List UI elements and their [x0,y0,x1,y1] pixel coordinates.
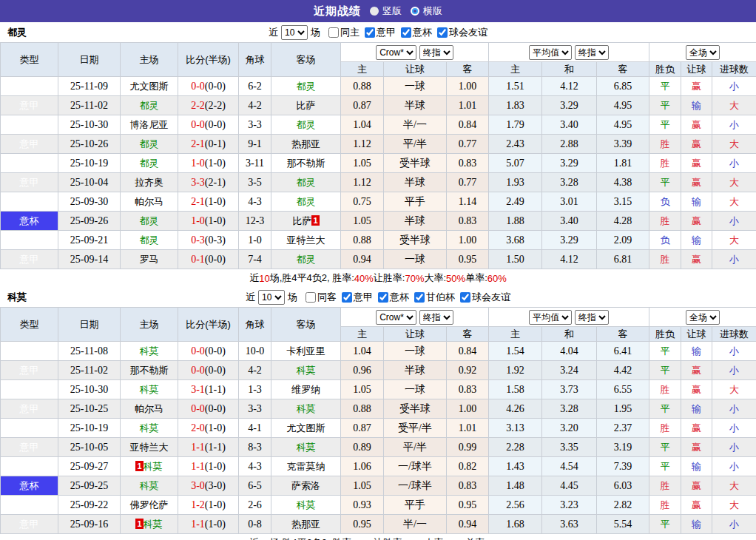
odds-away: 0.94 [447,515,489,534]
checkbox-甘伯杯[interactable] [414,292,425,303]
avg-draw: 3.01 [542,192,597,212]
avg-home: 2.43 [489,135,542,154]
corner-cell: 4-2 [239,361,271,380]
filter-check-意甲[interactable]: 意甲 [342,291,373,304]
scope-select[interactable]: 全场 [686,310,720,325]
summary-segment: 60% [487,273,507,284]
result-outcome: 胜 [649,419,681,438]
avg-draw: 3.29 [542,231,597,250]
avg-draw: 4.45 [542,476,597,496]
score-cell: 2-1(1-0) [178,192,239,212]
team-section-header-torino: 都灵 近 10 场 同主意甲意杯球会友谊 [0,22,756,42]
odds-handicap: 一/球半 [384,476,447,496]
match-row: 意甲25-09-22佛罗伦萨1-2(1-0)2-6科莫0.93平手0.952.5… [1,496,756,515]
checkbox-意杯[interactable] [401,27,411,38]
filter-check-球会友谊[interactable]: 球会友谊 [460,291,510,304]
odds-stage-select[interactable]: 终指 [419,45,453,60]
league-cell: 意甲 [1,419,58,438]
checkbox-球会友谊[interactable] [437,27,448,38]
odds-stage-select[interactable]: 终指 [419,310,453,325]
odds-provider-select[interactable]: Crow* [376,45,416,60]
away-team-cell: 科莫 [271,399,341,419]
corner-cell: 4-2 [239,96,271,115]
match-row: 意甲25-09-21都灵0-3(0-3)1-0亚特兰大0.88受半球1.003.… [1,231,756,250]
league-cell: 意甲 [1,231,58,250]
odds-home: 0.95 [341,515,384,534]
odds-handicap: 一球 [384,380,447,399]
checkbox-意杯[interactable] [378,292,388,303]
avg-stage-select[interactable]: 终指 [575,310,609,325]
checkbox-label: 同主 [340,26,360,39]
odds-handicap: 半球 [384,96,447,115]
checkbox-球会友谊[interactable] [460,292,470,303]
league-cell: 意甲 [1,96,58,115]
filter-check-球会友谊[interactable]: 球会友谊 [437,26,487,39]
match-row: 意杯25-09-25科莫3-0(3-0)6-5萨索洛1.05一/球半0.831.… [1,476,756,496]
home-team-name: 都灵 [140,138,159,149]
result-goals: 大 [712,192,756,212]
score-cell: 1-0(1-0) [178,154,239,173]
score-cell: 3-1(1-1) [178,380,239,399]
radio-selected-icon[interactable] [370,7,379,16]
scope-select[interactable]: 全场 [686,45,720,60]
subcol-avg-home: 主 [489,62,542,77]
result-outcome: 平 [649,399,681,419]
odds-handicap: 半球 [384,361,447,380]
home-team-name: 科莫 [140,422,159,433]
filter-check-意杯[interactable]: 意杯 [401,26,432,39]
away-team-name: 热那亚 [291,519,320,530]
filter-check-意杯[interactable]: 意杯 [378,291,409,304]
date-cell: 25-09-25 [58,476,121,496]
away-team-name: 科莫 [297,365,316,376]
title-bar: 近期战绩 竖版 横版 [0,0,756,22]
radio-vertical-layout[interactable]: 竖版 [370,4,402,18]
avg-stage-select[interactable]: 终指 [575,45,609,60]
radio-horizontal-layout[interactable]: 横版 [411,4,442,18]
match-count-select[interactable]: 10 [258,290,285,305]
odds-away: 0.83 [447,476,489,496]
home-team-cell: 都灵 [121,135,178,154]
avg-type-select[interactable]: 平均值 [529,310,572,325]
result-goals: 小 [712,419,756,438]
filter-check-甘伯杯[interactable]: 甘伯杯 [414,291,455,304]
avg-draw: 4.54 [542,457,597,476]
result-goals: 小 [712,515,756,534]
match-row: 意甲25-09-271科莫1-1(1-0)4-3克雷莫纳1.06一/球半0.82… [1,457,756,476]
away-team-cell: 维罗纳 [271,380,341,399]
odds-handicap: 受平/半 [384,419,447,438]
filter-check-意甲[interactable]: 意甲 [365,26,396,39]
result-outcome: 胜 [649,135,681,154]
match-count-select[interactable]: 10 [281,25,308,40]
checkbox-同客[interactable] [306,292,316,303]
away-team-cell: 热那亚 [271,515,341,534]
league-cell: 意甲 [1,438,58,457]
avg-draw: 3.28 [542,399,597,419]
filter-check-同主[interactable]: 同主 [328,26,360,39]
odds-away: 1.14 [447,192,489,212]
checkbox-同主[interactable] [328,27,339,38]
col-corner: 角球 [239,308,271,342]
subcol-odds-away: 客 [447,62,489,77]
fulltime-score: 3-0 [191,480,205,491]
avg-type-select[interactable]: 平均值 [529,45,572,60]
result-handicap: 赢 [681,173,712,192]
checkbox-意甲[interactable] [342,292,352,303]
checkbox-意甲[interactable] [365,27,375,38]
halftime-score: (1-0) [205,196,226,207]
halftime-score: (1-0) [205,461,226,472]
avg-draw: 3.29 [542,154,597,173]
avg-draw: 3.40 [542,115,597,135]
halftime-score: (0-0) [205,345,226,357]
near-label: 近 [269,26,278,39]
filter-check-同客[interactable]: 同客 [306,291,337,304]
checkbox-label: 甘伯杯 [426,291,455,304]
corner-cell: 1-0 [239,231,271,250]
away-team-cell: 科莫 [271,361,341,380]
home-team-cell: 都灵 [121,212,178,231]
radio-unselected-icon[interactable] [411,7,419,16]
avg-away: 4.28 [597,212,649,231]
odds-provider-select[interactable]: Crow* [376,310,416,325]
league-cell: 意甲 [1,515,58,534]
result-goals: 小 [712,399,756,419]
date-cell: 25-09-14 [58,250,121,269]
